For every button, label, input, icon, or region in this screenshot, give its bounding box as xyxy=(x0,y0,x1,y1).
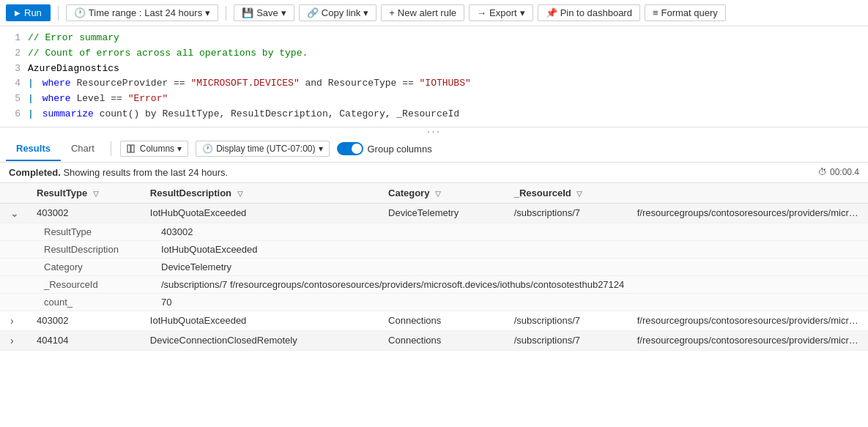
col-result-desc[interactable]: ResultDescription ▽ xyxy=(143,183,381,204)
table-cell: IotHubQuotaExceeded xyxy=(143,203,381,223)
filter-icon-result-desc[interactable]: ▽ xyxy=(237,190,243,198)
status-bar: Completed. Showing results from the last… xyxy=(0,163,868,183)
results-tbody: 403002IotHubQuotaExceededDeviceTelemetry… xyxy=(0,203,868,350)
save-button[interactable]: 💾 Save ▾ xyxy=(234,4,294,21)
code-line-2: 2 // Count of errors across all operatio… xyxy=(0,46,868,62)
filter-icon-resource-id[interactable]: ▽ xyxy=(576,190,582,198)
expanded-detail-row: CategoryDeviceTelemetry xyxy=(0,258,868,275)
tab-results[interactable]: Results xyxy=(6,137,61,161)
expand-cell[interactable] xyxy=(0,203,29,223)
line-number-1: 1 xyxy=(6,31,21,46)
pipe-4: | xyxy=(28,78,34,89)
string-iothubs: "IOTHUBS" xyxy=(420,78,471,89)
code-comment-2: // Count of errors across all operations… xyxy=(28,46,862,62)
table-header-row: ResultType ▽ ResultDescription ▽ Categor… xyxy=(0,183,868,204)
code-line-4: 4 | where ResourceProvider == "MICROSOFT… xyxy=(0,76,868,92)
toggle-thumb xyxy=(352,144,362,154)
tab-chart[interactable]: Chart xyxy=(61,137,105,161)
table-cell: f/resourcegroups/contosoresources/provid… xyxy=(630,203,868,223)
expand-button[interactable] xyxy=(7,315,17,327)
table-cell: Connections xyxy=(381,330,507,350)
chevron-down-icon-export: ▾ xyxy=(520,7,525,18)
display-time-button[interactable]: 🕐 Display time (UTC-07:00) ▾ xyxy=(196,141,329,157)
toolbar: ▶ Run 🕐 Time range : Last 24 hours ▾ 💾 S… xyxy=(0,0,868,26)
pin-icon: 📌 xyxy=(546,7,557,18)
expand-col-header xyxy=(0,183,29,204)
chevron-down-icon-columns: ▾ xyxy=(177,144,182,154)
pin-button[interactable]: 📌 Pin to dashboard xyxy=(538,4,640,21)
expanded-cell: count_70 xyxy=(0,293,868,311)
pipe-5: | xyxy=(28,93,34,104)
toggle-track xyxy=(337,142,363,155)
code-comment-1: // Error summary xyxy=(28,31,862,46)
col-resource-id[interactable]: _ResourceId ▽ xyxy=(507,183,630,204)
tabs-divider xyxy=(111,141,111,156)
col-category[interactable]: Category ▽ xyxy=(381,183,507,204)
table-cell: f/resourcegroups/contosoresources/provid… xyxy=(630,311,868,330)
tab-controls: Columns ▾ 🕐 Display time (UTC-07:00) ▾ G… xyxy=(120,141,432,157)
expanded-detail-row: ResultDescriptionIotHubQuotaExceeded xyxy=(0,240,868,258)
separator-2 xyxy=(226,6,226,21)
expanded-value: DeviceTelemetry xyxy=(161,261,231,272)
copy-link-button[interactable]: 🔗 Copy link ▾ xyxy=(299,4,376,21)
expand-button[interactable] xyxy=(7,207,22,219)
format-button[interactable]: ≡ Format query xyxy=(645,4,726,21)
code-line-1: 1 // Error summary xyxy=(0,31,868,46)
status-completed: Completed. xyxy=(9,167,61,178)
results-table-container[interactable]: ResultType ▽ ResultDescription ▽ Categor… xyxy=(0,183,868,351)
play-icon: ▶ xyxy=(15,9,21,17)
expanded-value: IotHubQuotaExceeded xyxy=(161,244,258,255)
chevron-down-icon: ▾ xyxy=(205,7,210,18)
line-number-6: 6 xyxy=(6,107,21,122)
columns-button[interactable]: Columns ▾ xyxy=(120,141,188,157)
expanded-cell: ResultType403002 xyxy=(0,223,868,240)
line-number-4: 4 xyxy=(6,76,21,92)
expanded-key: count_ xyxy=(44,297,161,308)
run-button[interactable]: ▶ Run xyxy=(6,4,51,21)
string-error: "Error" xyxy=(128,93,168,104)
expanded-value: /subscriptions/7 f/resourcegroups/contos… xyxy=(161,279,624,290)
col-result-type[interactable]: ResultType ▽ xyxy=(29,183,143,204)
filter-icon-result-type[interactable]: ▽ xyxy=(93,190,99,198)
time-value: 00:00.4 xyxy=(830,167,859,177)
columns-icon xyxy=(127,144,137,154)
filter-icon-category[interactable]: ▽ xyxy=(435,190,441,198)
expand-cell[interactable] xyxy=(0,311,29,330)
table-cell: /subscriptions/7 xyxy=(507,203,630,223)
time-range-button[interactable]: 🕐 Time range : Last 24 hours ▾ xyxy=(66,4,218,21)
code-line-6: 6 | summarize count() by ResultType, Res… xyxy=(0,107,868,122)
expanded-key: ResultDescription xyxy=(44,244,161,255)
code-plain-4a: ResourceProvider == xyxy=(76,78,190,89)
clock-icon: 🕐 xyxy=(74,7,86,18)
clock-icon-small: 🕐 xyxy=(202,144,213,154)
table-cell: DeviceTelemetry xyxy=(381,203,507,223)
time-range-label: Time range : xyxy=(89,7,142,18)
table-cell: 403002 xyxy=(29,311,143,330)
expand-cell[interactable] xyxy=(0,330,29,350)
expand-button[interactable] xyxy=(7,335,17,346)
export-icon: → xyxy=(477,7,486,18)
group-columns-toggle[interactable]: Group columns xyxy=(337,142,432,155)
new-alert-button[interactable]: + New alert rule xyxy=(381,4,464,21)
run-label: Run xyxy=(24,7,42,18)
expanded-cell: CategoryDeviceTelemetry xyxy=(0,258,868,275)
table-row: 403002IotHubQuotaExceededConnections/sub… xyxy=(0,311,868,330)
summarize-keyword: summarize xyxy=(42,108,100,119)
chevron-down-icon-save: ▾ xyxy=(281,7,286,18)
timer-icon: ⏱ xyxy=(818,167,827,177)
expanded-key: Category xyxy=(44,261,161,272)
chevron-down-icon-time: ▾ xyxy=(319,144,323,154)
code-plain-4b: and ResourceType == xyxy=(305,78,420,89)
status-message: Completed. Showing results from the last… xyxy=(9,167,228,178)
expanded-value: 403002 xyxy=(161,226,193,237)
string-devices: "MICROSOFT.DEVICES" xyxy=(190,78,299,89)
export-button[interactable]: → Export ▾ xyxy=(469,4,533,21)
table-cell: 404104 xyxy=(29,330,143,350)
code-line-5: 5 | where Level == "Error" xyxy=(0,92,868,107)
line-number-2: 2 xyxy=(6,46,21,62)
col-extra xyxy=(630,183,868,204)
expanded-detail-row: count_70 xyxy=(0,293,868,311)
code-editor[interactable]: 1 // Error summary 2 // Count of errors … xyxy=(0,26,868,127)
resize-handle[interactable]: ··· xyxy=(0,127,868,136)
where-keyword-5: where xyxy=(42,93,77,104)
